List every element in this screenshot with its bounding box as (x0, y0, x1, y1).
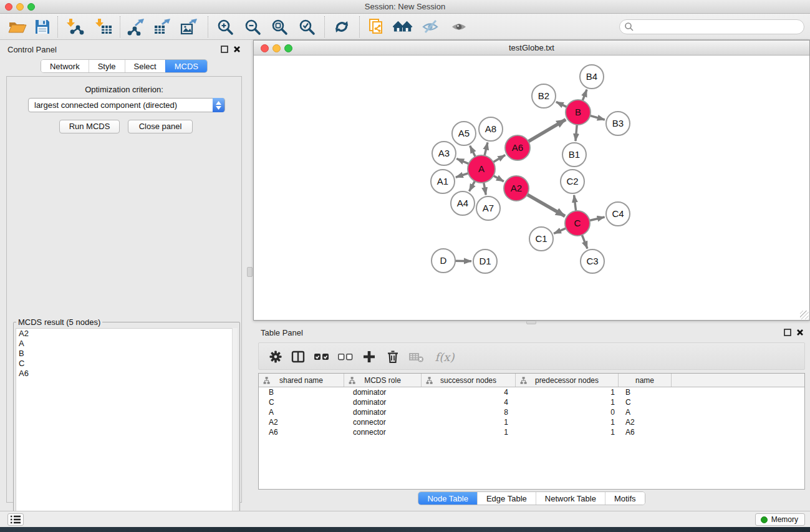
table-row[interactable]: A6connector11A6 (259, 427, 804, 437)
function-builder-icon[interactable]: f(x) (431, 348, 458, 365)
save-session-icon[interactable] (32, 17, 52, 36)
float-table-panel-icon[interactable] (784, 329, 791, 336)
task-history-button[interactable] (7, 513, 24, 526)
duplicate-network-icon[interactable] (367, 17, 387, 36)
deselect-all-icon[interactable] (336, 348, 355, 365)
column-header-name[interactable]: name (619, 374, 672, 387)
table-row[interactable]: Cdominator41C (259, 397, 804, 407)
import-network-icon[interactable] (65, 17, 85, 36)
memory-label: Memory (771, 515, 798, 524)
table-panel-title: Table Panel (261, 328, 303, 337)
node-label-B4: B4 (586, 71, 597, 82)
settings-icon[interactable] (266, 348, 285, 365)
result-list-item[interactable]: A (16, 339, 237, 349)
node-label-C: C (574, 218, 581, 228)
edge-A-A1 (456, 173, 470, 177)
zoom-out-icon[interactable] (243, 17, 263, 36)
table-row[interactable]: A2connector11A2 (259, 417, 804, 427)
column-header-MCDS-role[interactable]: MCDS role (344, 374, 422, 387)
tab-style[interactable]: Style (89, 60, 125, 72)
zoom-selected-icon[interactable] (297, 17, 317, 36)
network-window-titlebar[interactable]: testGlobe.txt (254, 41, 809, 56)
edge-A-A2 (492, 175, 503, 181)
control-panel: Control Panel NetworkStyleSelectMCDS Opt… (5, 42, 243, 504)
list-icon (10, 515, 21, 525)
toolbar-separator (359, 16, 360, 37)
node-label-A2: A2 (511, 183, 522, 193)
node-label-C4: C4 (612, 208, 624, 219)
column-header-shared-name[interactable]: shared name (259, 374, 344, 387)
open-session-icon[interactable] (7, 17, 27, 36)
edge-C-C3 (582, 234, 587, 249)
result-list-item[interactable]: B (16, 349, 237, 359)
window-resize-grip[interactable] (800, 311, 809, 319)
delete-column-icon[interactable] (383, 348, 402, 365)
table-tabs: Node TableEdge TableNetwork TableMotifs (418, 491, 645, 505)
tab-select[interactable]: Select (125, 60, 165, 72)
close-table-panel-icon[interactable] (796, 329, 804, 336)
network-canvas[interactable]: AA6A2BCA1A3A4A5A7A8B1B2B3B4C1C2C3C4DD1 (254, 56, 809, 320)
node-label-A3: A3 (438, 148, 450, 158)
control-panel-title: Control Panel (7, 45, 57, 54)
node-label-A4: A4 (457, 198, 468, 208)
node-label-A1: A1 (437, 176, 448, 186)
float-panel-icon[interactable] (221, 46, 228, 53)
show-all-icon[interactable] (449, 17, 469, 36)
network-title: testGlobe.txt (254, 43, 809, 52)
desktop-edge (0, 527, 810, 532)
tab-network-table[interactable]: Network Table (536, 492, 605, 505)
tab-motifs[interactable]: Motifs (605, 492, 645, 505)
select-all-icon[interactable] (312, 348, 331, 365)
search-input[interactable] (619, 19, 804, 34)
table-row[interactable]: Bdominator41B (259, 387, 804, 397)
close-panel-icon[interactable] (233, 46, 241, 53)
node-label-C2: C2 (566, 176, 578, 186)
control-panel-tabs: NetworkStyleSelectMCDS (41, 59, 208, 73)
criterion-value: largest connected component (directed) (34, 100, 177, 110)
close-panel-button[interactable]: Close panel (128, 120, 193, 133)
first-neighbors-icon[interactable] (393, 17, 413, 36)
node-label-A5: A5 (458, 128, 470, 138)
node-label-D: D (440, 255, 447, 266)
fx-label: f(x) (435, 351, 455, 364)
table-row[interactable]: Adominator80A (259, 407, 804, 417)
node-label-B3: B3 (612, 118, 624, 128)
export-image-icon[interactable] (180, 17, 200, 36)
table-panel: Table Panel (253, 324, 810, 511)
export-network-icon[interactable] (127, 17, 147, 36)
add-column-icon[interactable] (360, 348, 378, 365)
edge-A2-C (526, 194, 565, 216)
list-scrollbar[interactable] (232, 328, 238, 529)
mcds-result-group: MCDS result (5 nodes) A2ABCA6 (13, 317, 240, 531)
memory-button[interactable]: Memory (755, 513, 805, 526)
node-label-B1: B1 (569, 149, 580, 160)
column-header-predecessor-nodes[interactable]: predecessor nodes (516, 374, 619, 387)
show-columns-icon[interactable] (289, 348, 307, 365)
column-header-successor-nodes[interactable]: successor nodes (422, 374, 516, 387)
result-list-item[interactable]: A6 (16, 369, 237, 379)
tab-mcds[interactable]: MCDS (165, 60, 207, 72)
memory-status-icon (761, 516, 768, 523)
node-label-B2: B2 (538, 90, 549, 101)
criterion-dropdown[interactable]: largest connected component (directed) (28, 98, 225, 112)
result-list-item[interactable]: A2 (16, 329, 237, 339)
toolbar-separator (57, 16, 58, 37)
zoom-in-icon[interactable] (215, 17, 235, 36)
node-label-A7: A7 (483, 203, 494, 213)
node-label-B: B (575, 107, 581, 117)
vertical-split-handle[interactable] (247, 267, 253, 277)
run-mcds-button[interactable]: Run MCDS (59, 120, 120, 133)
import-table-icon[interactable] (94, 17, 113, 36)
tab-edge-table[interactable]: Edge Table (477, 492, 536, 505)
refresh-icon[interactable] (332, 17, 352, 36)
zoom-fit-icon[interactable] (269, 17, 289, 36)
result-list-item[interactable]: C (16, 359, 237, 369)
hide-selected-icon[interactable] (420, 17, 440, 36)
tab-node-table[interactable]: Node Table (418, 492, 477, 505)
dropdown-stepper-icon (213, 98, 224, 112)
delete-table-icon[interactable] (407, 348, 426, 365)
network-graph: AA6A2BCA1A3A4A5A7A8B1B2B3B4C1C2C3C4DD1 (254, 56, 809, 320)
edge-B-B4 (582, 90, 587, 102)
export-table-icon[interactable] (153, 17, 173, 36)
tab-network[interactable]: Network (41, 60, 89, 72)
